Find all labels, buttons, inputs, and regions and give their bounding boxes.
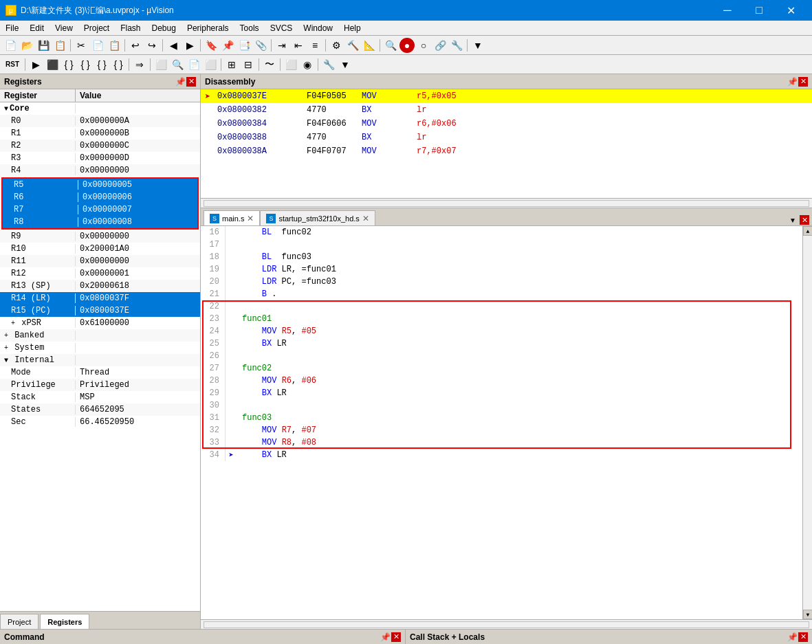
tb-brace2[interactable]: { } <box>78 57 93 72</box>
tab-project[interactable]: Project <box>0 614 39 629</box>
code-tab-startup-close[interactable]: ✕ <box>362 214 369 223</box>
tb-build2[interactable]: 🔨 <box>345 38 360 53</box>
menu-tools[interactable]: Tools <box>234 21 265 35</box>
reg-r10: R10 0x200001A0 <box>0 243 200 255</box>
code-editor-close[interactable]: ✕ <box>800 215 809 225</box>
code-vscroll[interactable]: ▲ ▼ <box>802 226 812 619</box>
code-vscroll-up[interactable]: ▲ <box>803 226 812 236</box>
line-num-18: 18 <box>201 251 226 263</box>
tb-grid2[interactable]: ⊟ <box>241 57 256 72</box>
tb-new[interactable]: 📄 <box>3 38 18 53</box>
tb-paste[interactable]: 📋 <box>107 38 122 53</box>
tb-view-icon1[interactable]: ⬜ <box>153 57 168 72</box>
callstack-pin-icon[interactable]: 📌 <box>787 632 797 642</box>
expand-xpsr-icon[interactable]: + <box>11 320 15 327</box>
disasm-close-btn[interactable]: ✕ <box>798 77 808 87</box>
menu-peripherals[interactable]: Peripherals <box>182 21 234 35</box>
tb-redo[interactable]: ↪ <box>144 38 160 53</box>
tb-nav-fwd[interactable]: ▶ <box>182 38 197 53</box>
code-vscroll-down[interactable]: ▼ <box>803 610 812 619</box>
tb-save[interactable]: 💾 <box>36 38 51 53</box>
tb-run[interactable]: ▶ <box>28 57 43 72</box>
disasm-mnem-1: BX <box>359 105 414 115</box>
tb-indent[interactable]: ⇥ <box>274 38 289 53</box>
menu-flash[interactable]: Flash <box>115 21 146 35</box>
minimize-button[interactable]: ─ <box>712 0 743 21</box>
code-tab-startup[interactable]: S startup_stm32f10x_hd.s ✕ <box>260 210 375 225</box>
tb-bookmark2[interactable]: 📌 <box>220 38 235 53</box>
tb-settings-dd[interactable]: ▼ <box>338 57 353 72</box>
disasm-ops-4: r7,#0x07 <box>414 146 812 156</box>
code-tab-main-close[interactable]: ✕ <box>247 214 254 223</box>
disasm-pin-icon[interactable]: 📌 <box>787 77 797 87</box>
menu-svcs[interactable]: SVCS <box>265 21 298 35</box>
tab-registers[interactable]: Registers <box>40 614 89 629</box>
tb-chip2[interactable]: ◉ <box>300 57 315 72</box>
command-close-btn[interactable]: ✕ <box>391 632 401 642</box>
tb-bookmark4[interactable]: 📎 <box>253 38 268 53</box>
tb-undo[interactable]: ↩ <box>128 38 143 53</box>
line-num-34: 34 <box>201 449 226 461</box>
tb-settings-btn[interactable]: 🔧 <box>321 57 336 72</box>
reg-r4-value: 0x00000000 <box>76 166 200 175</box>
reg-r13-name: R13 (SP) <box>0 281 76 291</box>
menu-edit[interactable]: Edit <box>24 21 50 35</box>
tb-build[interactable]: ⚙ <box>329 38 344 53</box>
code-hscroll[interactable] <box>201 619 812 629</box>
line-content-21: B . <box>237 289 802 299</box>
tb-cut[interactable]: ✂ <box>74 38 89 53</box>
tb-bookmark3[interactable]: 📑 <box>237 38 252 53</box>
callstack-close-btn[interactable]: ✕ <box>798 632 808 642</box>
disassembly-title: Disassembly <box>205 77 255 87</box>
panel-pin-icon[interactable]: 📌 <box>175 77 185 87</box>
tb-rst[interactable]: RST <box>3 57 22 72</box>
menu-project[interactable]: Project <box>78 21 115 35</box>
tb-view-icon2[interactable]: 🔍 <box>170 57 185 72</box>
tb-nav-back[interactable]: ◀ <box>166 38 181 53</box>
command-pin-icon[interactable]: 📌 <box>380 632 390 642</box>
disasm-hscroll[interactable] <box>201 198 812 208</box>
menu-help[interactable]: Help <box>338 21 366 35</box>
tb-grid[interactable]: ⊞ <box>224 57 239 72</box>
tb-unindent[interactable]: ⇤ <box>291 38 306 53</box>
menu-debug[interactable]: Debug <box>146 21 182 35</box>
tb-bookmark1[interactable]: 🔖 <box>204 38 219 53</box>
expand-system-icon[interactable]: + <box>4 344 8 352</box>
reg-sec-name: Sec <box>0 417 76 427</box>
expand-internal-icon[interactable]: ▼ <box>4 357 8 364</box>
registers-close-btn[interactable]: ✕ <box>186 77 196 87</box>
tb-arrow-right[interactable]: ⇒ <box>132 57 147 72</box>
code-tab-main[interactable]: S main.s ✕ <box>204 210 260 225</box>
tb-chip[interactable]: ⬜ <box>283 57 298 72</box>
tb-brace3[interactable]: { } <box>94 57 109 72</box>
menu-file[interactable]: File <box>0 21 24 35</box>
code-tab-dropdown[interactable]: ▼ <box>787 214 798 225</box>
code-body[interactable]: 16 BL func02 17 18 BL fu <box>201 226 802 619</box>
tb-opt1[interactable]: ○ <box>416 38 431 53</box>
tb-open[interactable]: 📂 <box>19 38 34 53</box>
expand-core-icon[interactable]: ▼ <box>4 105 8 113</box>
tb-brace1[interactable]: { } <box>61 57 76 72</box>
close-button[interactable]: ✕ <box>775 0 806 21</box>
tb-build3[interactable]: 📐 <box>362 38 377 53</box>
tb-view-icon4[interactable]: ⬜ <box>203 57 218 72</box>
menu-view[interactable]: View <box>50 21 78 35</box>
tb-view1[interactable]: 🔍 <box>383 38 398 53</box>
maximize-button[interactable]: □ <box>743 0 775 21</box>
tb-save2[interactable]: 📋 <box>52 38 67 53</box>
tb-view-icon3[interactable]: 📄 <box>186 57 201 72</box>
reg-r6-name: R6 <box>3 192 78 202</box>
expand-banked-icon[interactable]: + <box>4 332 8 340</box>
tb-copy[interactable]: 📄 <box>90 38 105 53</box>
tb-format[interactable]: ≡ <box>307 38 322 53</box>
tb-search[interactable]: ● <box>399 38 415 53</box>
tb-wave1[interactable]: 〜 <box>262 57 277 72</box>
menu-window[interactable]: Window <box>298 21 338 35</box>
tb-brace4[interactable]: { } <box>111 57 126 72</box>
reg-r9-name: R9 <box>0 232 76 241</box>
tb-opt2[interactable]: 🔗 <box>432 38 448 53</box>
reg-r3: R3 0x0000000D <box>0 152 200 164</box>
tb-extra[interactable]: ▼ <box>470 38 485 53</box>
tb-opt3[interactable]: 🔧 <box>449 38 464 53</box>
tb-stop[interactable]: ⬛ <box>45 57 60 72</box>
